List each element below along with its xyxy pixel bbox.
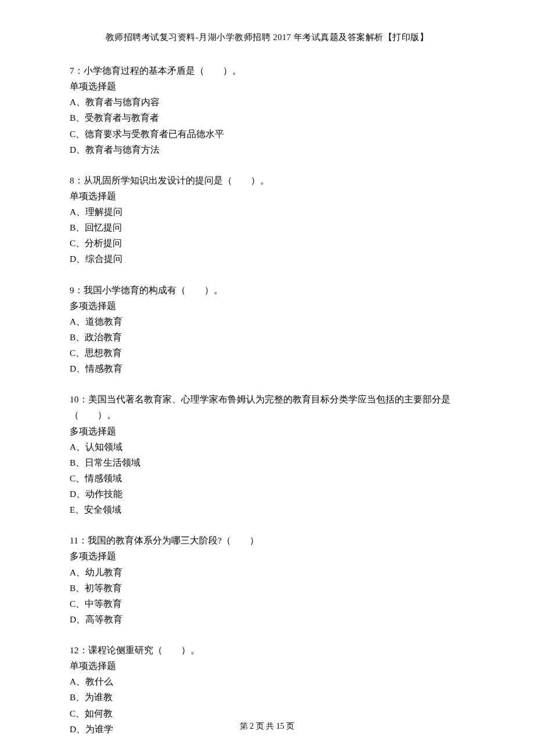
option-d: D、综合提问 — [70, 251, 464, 267]
question-type: 多项选择题 — [70, 423, 464, 439]
question-stem: 11：我国的教育体系分为哪三大阶段?（ ） — [70, 532, 464, 548]
option-a: A、教什么 — [70, 674, 464, 689]
question-7: 7：小学德育过程的基本矛盾是（ ）。 单项选择题 A、教育者与德育内容 B、受教… — [70, 63, 464, 157]
question-8: 8：从巩固所学知识出发设计的提问是（ ）。 单项选择题 A、理解提问 B、回忆提… — [70, 172, 464, 267]
document-page: 教师招聘考试复习资料-月湖小学教师招聘 2017 年考试真题及答案解析【打印版】… — [0, 0, 534, 737]
option-a: A、幼儿教育 — [70, 564, 464, 580]
question-stem: 10：美国当代著名教育家、心理学家布鲁姆认为完整的教育目标分类学应当包括的主要部… — [70, 391, 464, 423]
option-c: C、情感领域 — [70, 470, 464, 486]
option-b: B、政治教育 — [70, 329, 464, 345]
question-9: 9：我国小学德育的构成有（ ）。 多项选择题 A、道德教育 B、政治教育 C、思… — [70, 282, 464, 377]
option-b: B、回忆提问 — [70, 219, 464, 235]
question-type: 单项选择题 — [70, 658, 464, 674]
option-b: B、日常生活领域 — [70, 455, 464, 470]
question-type: 单项选择题 — [70, 78, 464, 94]
content-area: 7：小学德育过程的基本矛盾是（ ）。 单项选择题 A、教育者与德育内容 B、受教… — [70, 63, 464, 737]
question-stem: 7：小学德育过程的基本矛盾是（ ）。 — [70, 63, 464, 78]
question-10: 10：美国当代著名教育家、心理学家布鲁姆认为完整的教育目标分类学应当包括的主要部… — [70, 391, 464, 517]
option-c: C、中等教育 — [70, 596, 464, 611]
option-e: E、安全领域 — [70, 502, 464, 517]
option-a: A、理解提问 — [70, 204, 464, 219]
option-c: C、分析提问 — [70, 235, 464, 251]
question-type: 多项选择题 — [70, 298, 464, 314]
option-a: A、教育者与德育内容 — [70, 94, 464, 110]
option-b: B、初等教育 — [70, 580, 464, 596]
question-stem: 9：我国小学德育的构成有（ ）。 — [70, 282, 464, 298]
option-c: C、思想教育 — [70, 345, 464, 361]
question-stem: 12：课程论侧重研究（ ）。 — [70, 642, 464, 658]
option-a: A、认知领域 — [70, 439, 464, 455]
option-c: C、德育要求与受教育者已有品德水平 — [70, 126, 464, 142]
question-type: 多项选择题 — [70, 548, 464, 564]
question-stem: 8：从巩固所学知识出发设计的提问是（ ）。 — [70, 172, 464, 188]
page-footer: 第 2 页 共 15 页 — [0, 721, 534, 732]
question-type: 单项选择题 — [70, 188, 464, 204]
page-header: 教师招聘考试复习资料-月湖小学教师招聘 2017 年考试真题及答案解析【打印版】 — [70, 32, 464, 43]
option-d: D、动作技能 — [70, 486, 464, 502]
option-d: D、高等教育 — [70, 611, 464, 627]
option-d: D、情感教育 — [70, 361, 464, 376]
option-b: B、为谁教 — [70, 689, 464, 705]
option-a: A、道德教育 — [70, 314, 464, 329]
option-d: D、教育者与德育方法 — [70, 142, 464, 157]
option-b: B、受教育者与教育者 — [70, 110, 464, 125]
option-c: C、如何教 — [70, 705, 464, 721]
question-11: 11：我国的教育体系分为哪三大阶段?（ ） 多项选择题 A、幼儿教育 B、初等教… — [70, 532, 464, 627]
